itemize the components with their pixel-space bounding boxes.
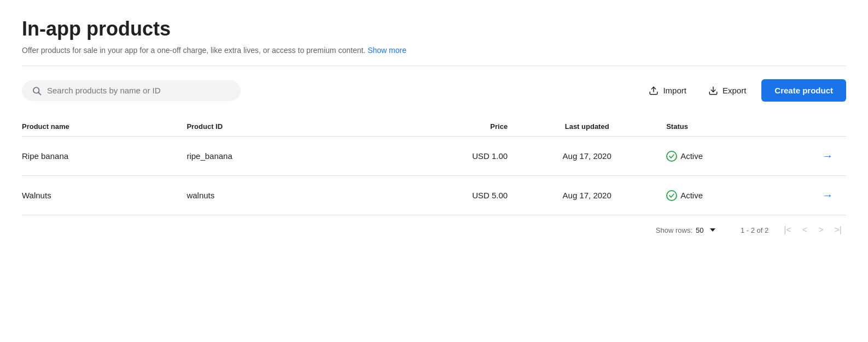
next-page-button[interactable]: > bbox=[814, 223, 828, 237]
show-rows-label: Show rows: bbox=[656, 226, 692, 234]
toolbar: Import Export Create product bbox=[22, 79, 846, 102]
products-table: Product name Product ID Price Last updat… bbox=[22, 117, 846, 215]
status-active-icon bbox=[666, 151, 677, 162]
cell-updated: Aug 17, 2020 bbox=[516, 176, 666, 215]
export-button[interactable]: Export bbox=[702, 81, 753, 100]
upload-icon bbox=[649, 86, 659, 96]
show-more-link[interactable]: Show more bbox=[368, 46, 406, 55]
table-row: Ripe banana ripe_banana USD 1.00 Aug 17,… bbox=[22, 137, 846, 176]
col-header-arrow bbox=[801, 117, 846, 137]
col-header-updated: Last updated bbox=[516, 117, 666, 137]
cell-id: ripe_banana bbox=[187, 137, 381, 176]
cell-arrow[interactable]: → bbox=[801, 137, 846, 176]
download-icon bbox=[708, 86, 718, 96]
divider bbox=[22, 66, 846, 66]
cell-price: USD 1.00 bbox=[382, 137, 517, 176]
cell-name: Walnuts bbox=[22, 176, 187, 215]
status-active-icon bbox=[666, 190, 677, 201]
page-subtitle: Offer products for sale in your app for … bbox=[22, 46, 846, 55]
search-box bbox=[22, 80, 241, 101]
cell-name: Ripe banana bbox=[22, 137, 187, 176]
row-arrow-button[interactable]: → bbox=[818, 187, 837, 204]
pagination-bar: Show rows: 102550100 1 - 2 of 2 |< < > >… bbox=[22, 215, 846, 237]
show-rows-control: Show rows: 102550100 bbox=[656, 226, 716, 234]
col-header-price: Price bbox=[382, 117, 517, 137]
create-product-button[interactable]: Create product bbox=[761, 79, 846, 102]
table-header-row: Product name Product ID Price Last updat… bbox=[22, 117, 846, 137]
col-header-status: Status bbox=[666, 117, 801, 137]
import-button[interactable]: Import bbox=[642, 81, 693, 100]
row-arrow-button[interactable]: → bbox=[818, 148, 837, 164]
status-label: Active bbox=[680, 151, 703, 161]
page-info: 1 - 2 of 2 bbox=[741, 226, 768, 234]
col-header-name: Product name bbox=[22, 117, 187, 137]
cell-updated: Aug 17, 2020 bbox=[516, 137, 666, 176]
svg-line-1 bbox=[38, 92, 40, 95]
cell-status: Active bbox=[666, 176, 801, 215]
cell-arrow[interactable]: → bbox=[801, 176, 846, 215]
table-row: Walnuts walnuts USD 5.00 Aug 17, 2020 Ac… bbox=[22, 176, 846, 215]
status-label: Active bbox=[680, 191, 703, 200]
cell-id: walnuts bbox=[187, 176, 381, 215]
first-page-button[interactable]: |< bbox=[779, 223, 796, 237]
search-input[interactable] bbox=[47, 86, 231, 95]
rows-per-page-select[interactable]: 102550100 bbox=[696, 226, 716, 234]
search-icon bbox=[32, 86, 42, 96]
cell-status: Active bbox=[666, 137, 801, 176]
cell-price: USD 5.00 bbox=[382, 176, 517, 215]
last-page-button[interactable]: >| bbox=[830, 223, 847, 237]
col-header-id: Product ID bbox=[187, 117, 381, 137]
prev-page-button[interactable]: < bbox=[798, 223, 812, 237]
page-title: In-app products bbox=[22, 17, 846, 40]
